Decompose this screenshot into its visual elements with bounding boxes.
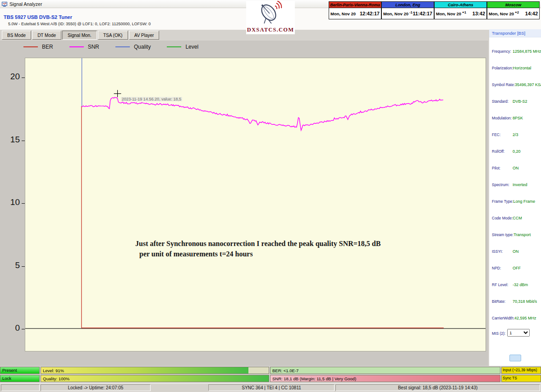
transponder-field-spectrum: Spectrum:Inverted [489, 174, 541, 191]
transponder-field-frame-type: Frame Type:Long Frame [489, 191, 541, 208]
field-label: Frame Type: [492, 199, 513, 204]
clock-london-eng: London, EngMon, Nov 20-111:42:17 [381, 1, 434, 19]
clock-time-row: Mon, Nov 20-111:42:17 [381, 8, 434, 19]
clock-time-row: Mon, Nov 20+113:42 [434, 8, 487, 19]
transponder-field-bitrate: BitRate:70,318 Mbit/s [489, 291, 541, 308]
field-value: 0,20 [513, 149, 521, 154]
transponder-field-standard: Standard:DVB-S2 [489, 91, 541, 108]
clock-city-label: Berlin-Paris-Vienna-Roma [329, 1, 381, 8]
legend-label: SNR [88, 44, 99, 50]
field-label: RF Level: [492, 283, 513, 287]
field-value: Long Frame [513, 199, 536, 204]
chart-tooltip: 2023-11-19 14.56.20, value: 18,5 [121, 97, 182, 101]
clock-date: Mon, Nov 20 [489, 11, 514, 16]
tab-dt-mode[interactable]: DT Mode [32, 31, 61, 40]
chart-panel: BERSNRQualityLevel 2023-11-19 14.56.20, … [0, 41, 488, 366]
legend-color-line [69, 46, 84, 47]
mis-select[interactable]: 1 [507, 329, 530, 337]
clock-time: 12:42:17 [360, 11, 380, 16]
legend-label: Quality [134, 44, 151, 50]
transponder-field-rolloff: RollOff:0,20 [489, 141, 541, 158]
clock-time-row: Mon, Nov 2012:42:17 [329, 8, 381, 19]
world-clocks: Berlin-Paris-Vienna-RomaMon, Nov 2012:42… [329, 1, 540, 19]
present-indicator: Present [0, 367, 40, 374]
status-meters-row1: Present Level: 91% BER: <1.0E-7 Input (~… [0, 367, 541, 374]
tuner-info: 5.0W - Eutelsat 5 West A/B (ID: 3550) @ … [8, 22, 151, 26]
clock-moscow: MoscowMon, Nov 20+214:42 [487, 1, 540, 19]
quality-bar-fill [41, 375, 269, 382]
signal-analyzer-window: Signal Analyzer TBS 5927 USB DVB-S2 Tune… [0, 0, 541, 392]
clock-date: Mon, Nov 20 [436, 11, 461, 16]
signal-chart-canvas [25, 58, 486, 351]
lock-indicator: Lock [0, 375, 40, 382]
field-label: Polarization: [492, 66, 513, 70]
transponder-field-symbol-rate: Symbol Rate:35496,397 KS/s [489, 74, 541, 91]
field-label: Code Mode: [492, 216, 513, 220]
clock-time-row: Mon, Nov 20+214:42 [487, 8, 540, 19]
y-axis-tick [22, 203, 25, 204]
ber-bar-fill [270, 367, 500, 374]
tab-bs-mode[interactable]: BS Mode [2, 31, 31, 40]
snr-trace [82, 97, 443, 130]
legend-label: BER [42, 44, 53, 50]
quality-meter: Quality: 100% [41, 375, 269, 382]
clock-utc-offset: -1 [409, 10, 413, 14]
y-axis-label: 20 [2, 72, 20, 82]
dxsatcs-logo: DXSATCS.COM [246, 1, 295, 34]
clock-time: 11:42:17 [413, 11, 432, 16]
tab-av-player[interactable]: AV Player [129, 31, 160, 40]
quality-label: Quality: 100% [41, 376, 69, 381]
snr-meter: SNR: 18,1 dB (Margin: 11,5 dB | Very Goo… [270, 375, 500, 382]
transponder-field-issyi: ISSYI:ON [489, 241, 541, 258]
transponder-field-fec: FEC:2/3 [489, 124, 541, 141]
field-label: ISSYI: [492, 249, 513, 254]
y-axis-tick [22, 329, 25, 329]
y-axis-tick [22, 77, 25, 78]
window-title: Signal Analyzer [9, 1, 42, 7]
field-value: 70,318 Mbit/s [513, 299, 537, 304]
transponder-field-polarization: Polarization:Horizontal [489, 58, 541, 74]
mode-tabs: BS ModeDT ModeSignal Mon.TSA (OK)AV Play… [2, 31, 159, 40]
y-axis-tick [22, 266, 25, 267]
field-value: -32 dBm [513, 283, 528, 287]
clock-date: Mon, Nov 20 [383, 11, 408, 16]
transponder-field-npd: NPD:OFF [489, 258, 541, 274]
field-label: Stream type: [492, 232, 513, 237]
field-label: Modulation: [492, 116, 513, 120]
transponder-fields: Frequency:12584,875 MHzPolarization:Hori… [489, 37, 541, 324]
level-meter: Level: 91% [41, 367, 269, 374]
clock-city-label: Cairo-Athens [434, 1, 487, 8]
field-value: 12584,875 MHz [513, 49, 541, 54]
field-label: FEC: [492, 132, 513, 137]
chart-legend: BERSNRQualityLevel [23, 44, 198, 50]
field-label: Frequency: [492, 49, 513, 54]
tab-tsa-ok[interactable]: TSA (OK) [98, 31, 128, 40]
logo-text: DXSATCS.COM [246, 27, 295, 33]
field-value: OFF [513, 266, 521, 270]
field-value: Horizontal [513, 66, 532, 70]
tuner-name: TBS 5927 USB DVB-S2 Tuner [4, 14, 72, 20]
legend-item-level: Level [167, 44, 198, 50]
statusbar: Locked -> Uptime: 24:07:05 SYNC 364 | TE… [0, 383, 541, 392]
legend-color-line [23, 46, 38, 47]
mis-row: MIS (2):1 [489, 324, 541, 341]
transponder-panel: Transponder [BS] Frequency:12584,875 MHz… [489, 29, 541, 366]
field-value: Inverted [513, 182, 527, 187]
level-bar-fill [41, 367, 248, 374]
field-label: NPD: [492, 266, 513, 270]
ber-meter: BER: <1.0E-7 [270, 367, 500, 374]
input-indicator: Input (~21,39 Mbps) [501, 367, 541, 374]
field-value: 35496,397 KS/s [515, 82, 541, 87]
tab-signal-mon[interactable]: Signal Mon. [62, 31, 97, 40]
panel-action-button[interactable] [509, 355, 521, 361]
transponder-field-rf-level: RF Level:-32 dBm [489, 274, 541, 291]
clock-utc-offset: +1 [462, 10, 466, 14]
transponder-field-stream-type: Stream type:Transport [489, 224, 541, 241]
field-label: BitRate: [492, 299, 513, 304]
clock-city-label: London, Eng [381, 1, 434, 8]
satellite-dish-icon [246, 1, 295, 24]
clock-berlin-paris-vienna-roma: Berlin-Paris-Vienna-RomaMon, Nov 2012:42… [329, 1, 381, 19]
field-label: Symbol Rate: [492, 82, 515, 87]
sync-ts-indicator: Sync TS [501, 375, 541, 382]
signal-chart[interactable]: 2023-11-19 14.56.20, value: 18,5 Just af… [25, 58, 486, 351]
